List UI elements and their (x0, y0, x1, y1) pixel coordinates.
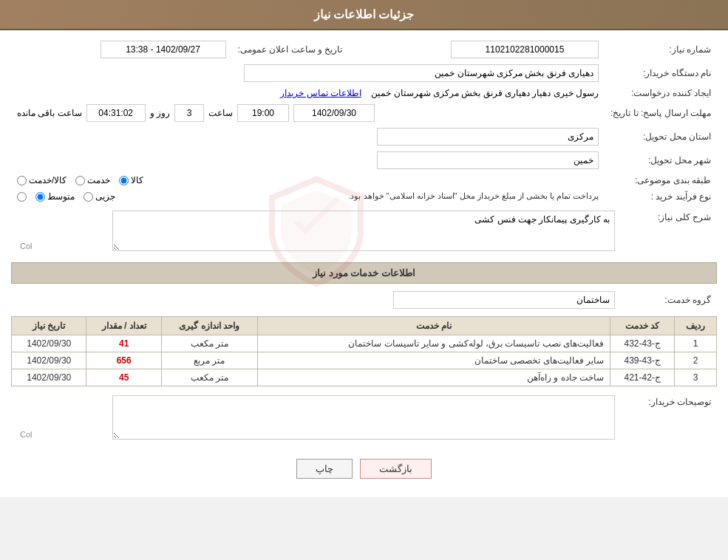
main-content: شماره نیاز: تاریخ و ساعت اعلان عمومی: نا… (0, 30, 728, 497)
service-group-label: گروه خدمت: (621, 288, 717, 312)
page-wrapper: جزئیات اطلاعات نیاز شماره نیاز: تاریخ و … (0, 0, 728, 497)
days-input[interactable] (174, 104, 204, 122)
buyer-notes-textarea[interactable] (112, 395, 615, 440)
days-label: روز و (150, 108, 170, 118)
cell-unit: متر مربع (161, 352, 257, 369)
radio-kala-khadamat[interactable]: کالا/خدمت (17, 175, 67, 185)
contact-link[interactable]: اطلاعات تماس خریدار (280, 88, 361, 98)
cell-unit: متر مکعب (161, 335, 257, 352)
city-input[interactable] (377, 151, 599, 169)
need-desc-label: شرح کلی نیاز: (621, 208, 717, 256)
page-header: جزئیات اطلاعات نیاز (0, 0, 728, 30)
cell-name: ساخت جاده و راه‌آهن (257, 369, 610, 386)
cell-quantity: 656 (86, 352, 161, 369)
table-row: 3 ج-42-421 ساخت جاده و راه‌آهن متر مکعب … (12, 369, 717, 386)
cell-name: فعالیت‌های نصب تاسیسات برق، لوله‌کشی و س… (257, 335, 610, 352)
services-table: ردیف کد خدمت نام خدمت واحد اندازه گیری ت… (11, 316, 717, 386)
time-input[interactable] (237, 104, 289, 122)
creator-label: ایجاد کننده درخواست: (605, 85, 717, 101)
send-date-label: مهلت ارسال پاسخ: تا تاریخ: (605, 101, 717, 125)
buyer-org-input[interactable] (244, 64, 599, 82)
back-button[interactable]: بازگشت (360, 459, 432, 479)
datetime-value (11, 38, 232, 61)
bottom-buttons: چاپ بازگشت (11, 448, 717, 490)
buyer-org-label: نام دستگاه خریدار: (605, 61, 717, 85)
date-input[interactable] (293, 104, 375, 122)
datetime-label: تاریخ و ساعت اعلان عمومی: (232, 38, 349, 61)
need-desc-textarea[interactable]: به کارگیری پیمانکار جهت فنس کشی (112, 211, 615, 251)
purchase-type-note: پرداخت تمام یا بخشی از مبلغ خریداز محل "… (123, 191, 599, 201)
cell-unit: متر مکعب (161, 369, 257, 386)
cell-code: ج-42-421 (610, 369, 675, 386)
service-group-input[interactable] (393, 291, 615, 309)
buyer-notes-label: توصیحات خریدار: (621, 392, 717, 445)
cell-row: 2 (675, 352, 717, 369)
category-radios: کالا/خدمت خدمت کالا (11, 172, 605, 188)
table-row: 2 ج-43-439 سایر فعالیت‌های تخصصی ساختمان… (12, 352, 717, 369)
buyer-org-value (11, 61, 605, 85)
cell-name: سایر فعالیت‌های تخصصی ساختمان (257, 352, 610, 369)
details-form: شماره نیاز: تاریخ و ساعت اعلان عمومی: نا… (11, 38, 717, 205)
need-number-label: شماره نیاز: (605, 38, 717, 61)
print-button[interactable]: چاپ (296, 459, 353, 479)
cell-code: ج-43-432 (610, 335, 675, 352)
need-number-value (348, 38, 605, 61)
cell-date: 1402/09/30 (12, 369, 86, 386)
service-group-form: گروه خدمت: (11, 288, 717, 312)
cell-code: ج-43-439 (610, 352, 675, 369)
radio-kala[interactable]: کالا (119, 175, 143, 185)
cell-row: 1 (675, 335, 717, 352)
time-remaining-input[interactable] (86, 104, 146, 122)
cell-row: 3 (675, 369, 717, 386)
creator-value: رسول خیری دهیار دهیاری فرنق بخش مرکزی شه… (11, 85, 605, 101)
col-label: Col (20, 242, 33, 250)
time-label: ساعت (208, 108, 233, 118)
col-header-row: ردیف (675, 317, 717, 335)
cell-date: 1402/09/30 (12, 335, 86, 352)
radio-kolan[interactable] (17, 192, 27, 202)
remaining-label: ساعت باقی مانده (17, 108, 82, 118)
col-header-date: تاریخ نیاز (12, 317, 86, 335)
col-header-code: کد خدمت (610, 317, 675, 335)
need-number-input[interactable] (451, 41, 599, 58)
services-section-title: اطلاعات خدمات مورد نیاز (11, 262, 717, 284)
buyer-notes-form: توصیحات خریدار: Col (11, 392, 717, 445)
table-row: 1 ج-43-432 فعالیت‌های نصب تاسیسات برق، ل… (12, 335, 717, 352)
page-title: جزئیات اطلاعات نیاز (314, 8, 415, 21)
cell-quantity: 45 (86, 369, 161, 386)
radio-jozi[interactable]: جزیی (84, 191, 115, 202)
need-desc-form: شرح کلی نیاز: به کارگیری پیمانکار جهت ف (11, 208, 717, 256)
province-input[interactable] (377, 128, 599, 146)
category-label: طبقه بندی موضوعی: (605, 172, 717, 188)
buyer-notes-value: Col (11, 392, 621, 445)
radio-khadamat[interactable]: خدمت (75, 175, 110, 185)
province-value (11, 125, 605, 148)
col-header-unit: واحد اندازه گیری (161, 317, 257, 335)
datetime-input[interactable] (101, 41, 226, 58)
cell-date: 1402/09/30 (12, 352, 86, 369)
col-header-quantity: تعداد / مقدار (86, 317, 161, 335)
province-label: استان محل تحویل: (605, 125, 717, 148)
purchase-type-label: نوع فرآیند خرید : (605, 188, 717, 205)
service-group-value (11, 288, 621, 312)
cell-quantity: 41 (86, 335, 161, 352)
send-date-row: ساعت باقی مانده روز و ساعت (11, 101, 605, 125)
purchase-type-row: متوسط جزیی پرداخت تمام یا بخشی از مبلغ خ… (11, 188, 605, 205)
radio-motavaset[interactable]: متوسط (35, 191, 75, 202)
notes-col-label: Col (20, 430, 33, 439)
col-header-name: نام خدمت (257, 317, 610, 335)
need-desc-value: به کارگیری پیمانکار جهت فنس کشی Col (11, 208, 621, 256)
city-label: شهر محل تحویل: (605, 148, 717, 172)
creator-text: رسول خیری دهیار دهیاری فرنق بخش مرکزی شه… (371, 88, 599, 98)
city-value (11, 148, 605, 172)
